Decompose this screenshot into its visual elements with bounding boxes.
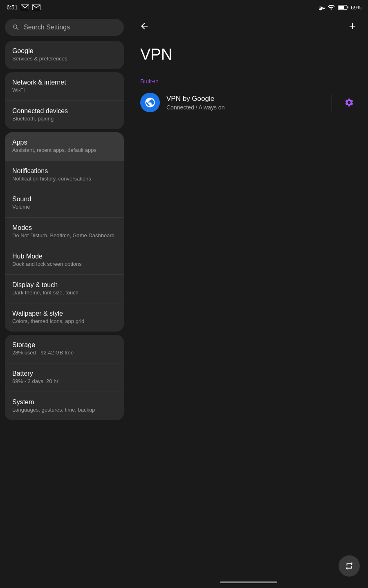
sidebar-item-notifications[interactable]: Notifications Notification history, conv… <box>5 161 124 189</box>
sidebar-item-storage-subtitle: 28% used - 92.42 GB free <box>12 350 117 356</box>
sidebar-item-display[interactable]: Display & touch Dark theme, font size, t… <box>5 275 124 303</box>
back-button[interactable] <box>137 19 152 33</box>
sidebar-item-network-subtitle: Wi-Fi <box>12 87 117 94</box>
mail-icon-1 <box>21 4 29 10</box>
sidebar-item-system[interactable]: System Languages, gestures, time, backup <box>5 392 124 420</box>
vpn-info: VPN by Google Connected / Always on <box>166 95 322 111</box>
sidebar-item-network[interactable]: Network & internet Wi-Fi <box>5 72 124 101</box>
sidebar-item-hub-mode-subtitle: Dock and lock screen options <box>12 261 117 268</box>
sidebar-item-connected-subtitle: Bluetooth, pairing <box>12 116 117 122</box>
status-bar: 6:51 69% <box>0 0 368 15</box>
content-header <box>129 15 368 38</box>
sidebar-item-wallpaper-subtitle: Colors, themed icons, app grid <box>12 318 117 325</box>
sidebar-item-notifications-subtitle: Notification history, conversations <box>12 176 117 183</box>
sidebar-group-apps: Apps Assistant, recent apps, default app… <box>5 132 124 332</box>
vpn-divider <box>332 94 332 111</box>
vpn-app-icon <box>140 93 160 112</box>
sidebar-item-apps[interactable]: Apps Assistant, recent apps, default app… <box>5 132 124 161</box>
sidebar-item-hub-mode-title: Hub Mode <box>12 253 117 260</box>
sidebar-item-sound-subtitle: Volume <box>12 204 117 211</box>
sidebar-item-sound-title: Sound <box>12 196 117 203</box>
sidebar-item-google-title: Google <box>12 47 117 55</box>
battery-icon <box>338 4 348 10</box>
status-left: 6:51 <box>7 4 40 11</box>
sidebar-item-modes-title: Modes <box>12 224 117 232</box>
search-bar[interactable]: Search Settings <box>5 19 124 36</box>
section-label-builtin: Built-in <box>140 78 357 85</box>
svg-rect-4 <box>338 6 344 9</box>
wifi-icon <box>327 4 335 11</box>
sidebar-item-battery-subtitle: 69% - 2 days, 20 hr <box>12 378 117 385</box>
sidebar-item-apps-title: Apps <box>12 139 117 146</box>
sidebar-item-modes-subtitle: Do Not Disturb, Bedtime, Game Dashboard <box>12 232 117 239</box>
sidebar-group-google: Google Services & preferences <box>5 41 124 69</box>
svg-rect-3 <box>347 6 348 8</box>
sidebar-item-sound[interactable]: Sound Volume <box>5 189 124 218</box>
content-area: VPN Built-in VPN by Google Connected / A… <box>129 15 368 588</box>
sidebar-item-wallpaper[interactable]: Wallpaper & style Colors, themed icons, … <box>5 303 124 332</box>
add-button[interactable] <box>345 19 360 33</box>
sidebar-item-battery[interactable]: Battery 69% - 2 days, 20 hr <box>5 363 124 392</box>
fab-button[interactable] <box>339 555 360 577</box>
search-placeholder: Search Settings <box>24 24 70 31</box>
sidebar-item-display-subtitle: Dark theme, font size, touch <box>12 290 117 296</box>
sidebar: Search Settings Google Services & prefer… <box>0 15 129 588</box>
mail-icon-2 <box>32 4 40 10</box>
sidebar-item-display-title: Display & touch <box>12 281 117 289</box>
content-body: VPN Built-in VPN by Google Connected / A… <box>129 38 368 588</box>
status-right: 69% <box>317 4 361 11</box>
search-icon <box>12 24 20 31</box>
sidebar-item-apps-subtitle: Assistant, recent apps, default apps <box>12 147 117 154</box>
sidebar-item-google[interactable]: Google Services & preferences <box>5 41 124 69</box>
sidebar-item-hub-mode[interactable]: Hub Mode Dock and lock screen options <box>5 246 124 275</box>
sidebar-item-connected-title: Connected devices <box>12 107 117 115</box>
vpn-name: VPN by Google <box>166 95 322 103</box>
sidebar-item-connected[interactable]: Connected devices Bluetooth, pairing <box>5 101 124 129</box>
sidebar-item-battery-title: Battery <box>12 370 117 377</box>
sidebar-item-network-title: Network & internet <box>12 79 117 86</box>
vpn-settings-button[interactable] <box>342 95 357 110</box>
key-icon <box>317 4 325 11</box>
sidebar-group-network: Network & internet Wi-Fi Connected devic… <box>5 72 124 129</box>
time-display: 6:51 <box>7 4 18 11</box>
sidebar-item-google-subtitle: Services & preferences <box>12 56 117 62</box>
sidebar-item-wallpaper-title: Wallpaper & style <box>12 310 117 317</box>
vpn-item[interactable]: VPN by Google Connected / Always on <box>140 91 357 114</box>
bottom-nav-indicator <box>220 581 277 583</box>
sidebar-item-storage-title: Storage <box>12 341 117 349</box>
battery-percent: 69% <box>351 4 361 11</box>
sidebar-item-modes[interactable]: Modes Do Not Disturb, Bedtime, Game Dash… <box>5 218 124 246</box>
sidebar-item-notifications-title: Notifications <box>12 167 117 175</box>
vpn-status: Connected / Always on <box>166 104 322 111</box>
page-title: VPN <box>140 46 357 63</box>
sidebar-item-system-subtitle: Languages, gestures, time, backup <box>12 407 117 414</box>
sidebar-item-system-title: System <box>12 399 117 406</box>
sidebar-item-storage[interactable]: Storage 28% used - 92.42 GB free <box>5 335 124 363</box>
sidebar-group-storage: Storage 28% used - 92.42 GB free Battery… <box>5 335 124 420</box>
